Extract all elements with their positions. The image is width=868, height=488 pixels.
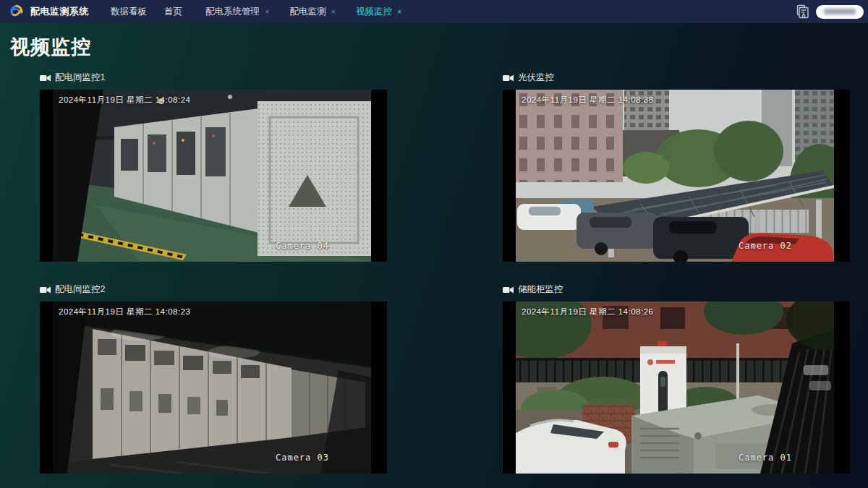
camera-title: 配电间监控2 bbox=[55, 283, 105, 296]
top-navbar: 配电监测系统 数据看板 首页 配电系统管理 × 配电监测 × 视频监控 × bbox=[0, 0, 868, 23]
app-title: 配电监测系统 bbox=[30, 5, 89, 18]
camera-cell-4: 储能柜监控 bbox=[503, 283, 850, 474]
camera-scene-switchgear-room-2 bbox=[53, 301, 371, 474]
camera-cell-2: 光伏监控 bbox=[503, 72, 850, 262]
timestamp-overlay: 2024年11月19日 星期二 14:08:23 bbox=[59, 307, 190, 317]
main-content: 视频监控 配电间监控1 bbox=[0, 23, 868, 488]
tab-distribution-system-management[interactable]: 配电系统管理 × bbox=[205, 6, 269, 18]
camera-scene-solar-carport bbox=[516, 90, 834, 262]
nav-item-home[interactable]: 首页 bbox=[164, 6, 182, 18]
camera-title: 配电间监控1 bbox=[55, 72, 105, 84]
camera-cell-1: 配电间监控1 bbox=[40, 72, 387, 262]
redacted-username bbox=[824, 9, 856, 14]
logo-swirl-icon bbox=[9, 4, 25, 20]
camera-id-overlay: Camera 03 bbox=[276, 453, 329, 463]
close-icon[interactable]: × bbox=[397, 8, 401, 16]
tab-video-surveillance[interactable]: 视频监控 × bbox=[356, 6, 401, 18]
camera-id-overlay: Camera 02 bbox=[739, 241, 792, 251]
video-camera-icon bbox=[40, 286, 51, 294]
camera-label-2: 光伏监控 bbox=[503, 72, 850, 84]
camera-label-3: 配电间监控2 bbox=[40, 283, 387, 296]
navbar-right bbox=[795, 0, 864, 23]
camera-label-4: 储能柜监控 bbox=[503, 283, 850, 296]
page-title: 视频监控 bbox=[0, 23, 868, 60]
tab-label: 配电监测 bbox=[289, 6, 326, 18]
nav-menu: 数据看板 首页 bbox=[111, 6, 182, 18]
camera-scene-switchgear-room-1 bbox=[53, 90, 371, 262]
camera-feed-4: 2024年11月19日 星期二 14:08:26 Camera 01 bbox=[503, 301, 850, 474]
camera-title: 储能柜监控 bbox=[518, 283, 563, 296]
user-account-pill[interactable] bbox=[816, 5, 864, 19]
camera-feed-1: 2024年11月19日 星期二 14:08:24 Camera 04 bbox=[40, 90, 387, 262]
tab-distribution-monitoring[interactable]: 配电监测 × bbox=[289, 6, 335, 18]
close-icon[interactable]: × bbox=[331, 8, 335, 16]
camera-feed-2: 2024年11月19日 星期二 14:08:38 Camera 02 bbox=[503, 90, 850, 262]
tab-label: 配电系统管理 bbox=[205, 6, 260, 18]
camera-grid: 配电间监控1 bbox=[40, 72, 868, 474]
tab-label: 视频监控 bbox=[356, 6, 392, 18]
camera-scene-energy-storage bbox=[516, 301, 834, 474]
nav-item-dashboard[interactable]: 数据看板 bbox=[111, 6, 147, 18]
video-camera-icon bbox=[40, 74, 51, 82]
camera-label-1: 配电间监控1 bbox=[40, 72, 387, 84]
video-camera-icon bbox=[503, 74, 514, 82]
nav-tabs: 配电系统管理 × 配电监测 × 视频监控 × bbox=[205, 6, 401, 18]
camera-id-overlay: Camera 04 bbox=[276, 241, 329, 251]
camera-feed-3: 2024年11月19日 星期二 14:08:23 Camera 03 bbox=[40, 301, 387, 474]
camera-cell-3: 配电间监控2 bbox=[40, 283, 387, 474]
close-icon[interactable]: × bbox=[265, 8, 269, 16]
camera-id-overlay: Camera 01 bbox=[739, 453, 792, 463]
timestamp-overlay: 2024年11月19日 星期二 14:08:24 bbox=[59, 95, 190, 106]
camera-title: 光伏监控 bbox=[518, 72, 554, 84]
document-icon[interactable] bbox=[795, 4, 809, 19]
timestamp-overlay: 2024年11月19日 星期二 14:08:26 bbox=[522, 307, 653, 317]
timestamp-overlay: 2024年11月19日 星期二 14:08:38 bbox=[522, 95, 653, 106]
video-camera-icon bbox=[503, 286, 514, 294]
